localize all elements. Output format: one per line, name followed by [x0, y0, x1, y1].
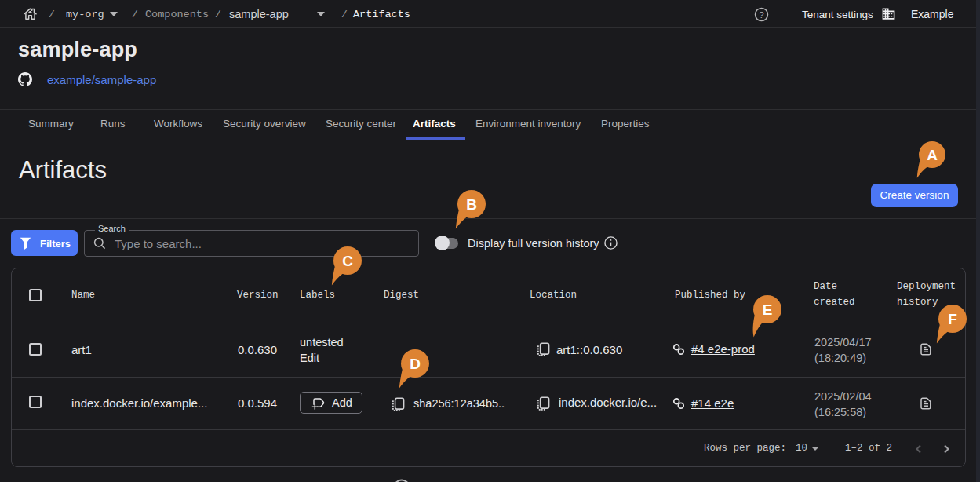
svg-text:B: B [466, 196, 477, 213]
svg-text:?: ? [759, 10, 763, 20]
svg-text:A: A [927, 147, 938, 163]
svg-text:D: D [410, 356, 421, 372]
svg-text:E: E [763, 301, 773, 318]
svg-text:C: C [342, 253, 353, 269]
svg-text:F: F [948, 311, 957, 327]
